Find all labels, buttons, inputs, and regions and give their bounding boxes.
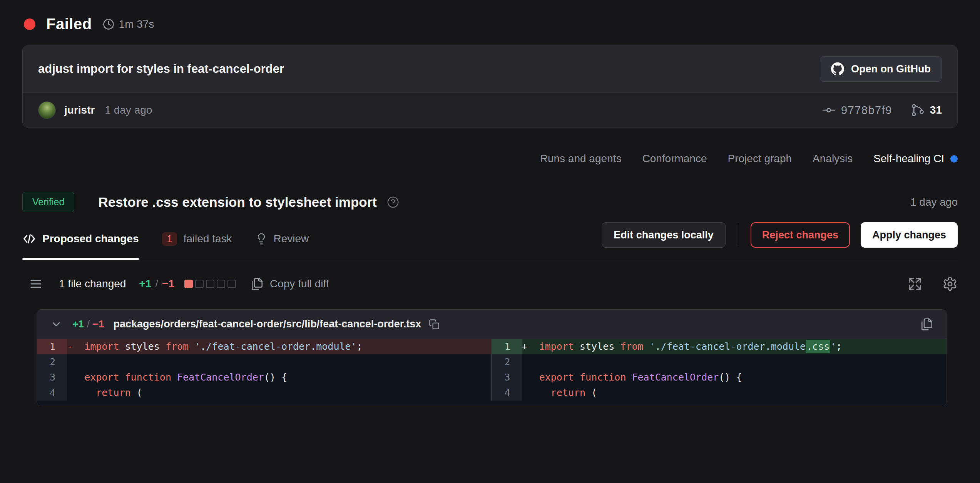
clock-icon xyxy=(103,18,114,30)
code-icon xyxy=(22,232,36,246)
change-square-empty xyxy=(206,280,214,288)
notification-dot xyxy=(950,155,958,163)
diff-change-squares xyxy=(184,280,236,288)
status-failed-dot xyxy=(24,18,35,30)
commit-author: juristr 1 day ago xyxy=(38,101,152,119)
chevron-down-icon[interactable] xyxy=(50,318,62,330)
commit-time: 1 day ago xyxy=(105,104,152,116)
line-number: 3 xyxy=(37,370,67,385)
line-number: 2 xyxy=(492,354,522,370)
diff-line: 1+ import styles from './feat-cancel-ord… xyxy=(492,339,947,354)
diff-split-view: 1- import styles from './feat-cancel-ord… xyxy=(37,339,947,406)
commit-icon xyxy=(822,103,836,117)
diff-file-header[interactable]: +1 / −1 packages/orders/feat-cancel-orde… xyxy=(37,310,947,339)
deletions-count: −1 xyxy=(162,278,174,290)
change-square-empty xyxy=(217,280,225,288)
commit-card-header: adjust import for styles in feat-cancel-… xyxy=(23,45,957,92)
run-status-row: Failed 1m 37s xyxy=(0,0,980,33)
change-square-filled xyxy=(184,280,193,288)
diff-line: 3 export function FeatCancelOrder() { xyxy=(492,370,947,385)
code-line: export function FeatCancelOrder() { xyxy=(522,370,947,385)
changes-count-group[interactable]: 31 xyxy=(911,103,942,117)
author-name: juristr xyxy=(64,104,95,116)
nav-item-project-graph[interactable]: Project graph xyxy=(728,153,792,165)
lightbulb-icon xyxy=(255,233,268,245)
fix-header: Verified Restore .css extension to style… xyxy=(0,192,980,212)
diff-card: +1 / −1 packages/orders/feat-cancel-orde… xyxy=(37,309,947,406)
run-duration: 1m 37s xyxy=(103,18,154,30)
changes-count: 31 xyxy=(930,104,942,116)
help-icon[interactable] xyxy=(387,196,399,208)
file-deletions: −1 xyxy=(93,318,104,330)
code-line: return ( xyxy=(522,385,947,401)
line-number: 2 xyxy=(37,354,67,370)
workspace-nav: Runs and agents Conformance Project grap… xyxy=(0,153,980,165)
commit-hash-group[interactable]: 9778b7f9 xyxy=(822,103,892,117)
diff-line: 2 xyxy=(37,354,491,370)
change-square-empty xyxy=(195,280,204,288)
status-label: Failed xyxy=(46,15,92,33)
diff-after-pane[interactable]: 1+ import styles from './feat-cancel-ord… xyxy=(492,339,947,401)
nav-item-label: Self-healing CI xyxy=(873,153,944,165)
fix-tabs: Proposed changes 1 failed task Review xyxy=(22,218,309,260)
tab-label: Proposed changes xyxy=(42,233,139,245)
author-avatar[interactable] xyxy=(38,101,56,119)
copy-full-diff-button[interactable]: Copy full diff xyxy=(251,277,329,290)
file-list-menu-icon[interactable] xyxy=(29,277,43,291)
additions-count: +1 xyxy=(139,278,151,290)
diff-line: 4 return ( xyxy=(492,385,947,401)
nav-item-analysis[interactable]: Analysis xyxy=(813,153,853,165)
apply-changes-button[interactable]: Apply changes xyxy=(861,222,958,248)
code-line: + import styles from './feat-cancel-orde… xyxy=(522,339,947,354)
separator: / xyxy=(155,278,158,290)
failed-count-badge: 1 xyxy=(162,232,177,246)
git-branch-icon xyxy=(911,103,925,117)
copy-path-icon[interactable] xyxy=(429,319,440,330)
verified-badge: Verified xyxy=(22,192,74,212)
commit-card: adjust import for styles in feat-cancel-… xyxy=(22,45,958,128)
commit-meta-row: juristr 1 day ago 9778b7f9 31 xyxy=(23,92,957,127)
line-number: 1 xyxy=(37,339,67,354)
tab-review[interactable]: Review xyxy=(255,218,309,260)
duration-text: 1m 37s xyxy=(119,18,154,30)
edit-changes-locally-button[interactable]: Edit changes locally xyxy=(602,222,726,248)
code-line xyxy=(522,354,947,370)
line-number: 1 xyxy=(492,339,522,354)
copy-full-diff-label: Copy full diff xyxy=(270,278,329,290)
code-line: - import styles from './feat-cancel-orde… xyxy=(67,339,491,354)
diff-line: 3 export function FeatCancelOrder() { xyxy=(37,370,491,385)
code-line xyxy=(67,354,491,370)
open-on-github-label: Open on GitHub xyxy=(851,63,931,75)
tab-label: Review xyxy=(274,233,309,245)
fix-title: Restore .css extension to stylesheet imp… xyxy=(98,195,377,210)
file-additions: +1 xyxy=(72,318,84,330)
nav-item-self-healing-ci[interactable]: Self-healing CI xyxy=(873,153,958,165)
commit-message: adjust import for styles in feat-cancel-… xyxy=(38,62,284,76)
line-number: 4 xyxy=(492,385,522,401)
copy-file-diff-icon[interactable] xyxy=(920,318,933,331)
nav-item-runs-and-agents[interactable]: Runs and agents xyxy=(540,153,622,165)
diff-line: 1- import styles from './feat-cancel-ord… xyxy=(37,339,491,354)
code-line: return ( xyxy=(67,385,491,401)
files-changed-label: 1 file changed xyxy=(59,278,126,290)
fullscreen-icon[interactable] xyxy=(908,277,922,291)
tab-failed-task[interactable]: 1 failed task xyxy=(162,218,232,260)
line-number: 4 xyxy=(37,385,67,401)
nav-item-conformance[interactable]: Conformance xyxy=(642,153,707,165)
line-number: 3 xyxy=(492,370,522,385)
fix-action-buttons: Edit changes locally Reject changes Appl… xyxy=(602,222,958,248)
open-on-github-button[interactable]: Open on GitHub xyxy=(820,56,942,82)
tabs-and-actions-row: Proposed changes 1 failed task Review Ed… xyxy=(0,218,980,260)
diff-line: 2 xyxy=(492,354,947,370)
reject-changes-button[interactable]: Reject changes xyxy=(751,222,850,248)
gear-icon[interactable] xyxy=(942,276,958,292)
tab-label: failed task xyxy=(183,233,232,245)
diff-before-pane[interactable]: 1- import styles from './feat-cancel-ord… xyxy=(37,339,492,401)
code-line: export function FeatCancelOrder() { xyxy=(67,370,491,385)
file-path: packages/orders/feat-cancel-order/src/li… xyxy=(114,318,421,330)
change-square-empty xyxy=(227,280,236,288)
commit-hash: 9778b7f9 xyxy=(841,104,892,117)
diff-line: 4 return ( xyxy=(37,385,491,401)
fix-time: 1 day ago xyxy=(910,196,958,208)
tab-proposed-changes[interactable]: Proposed changes xyxy=(22,218,139,260)
